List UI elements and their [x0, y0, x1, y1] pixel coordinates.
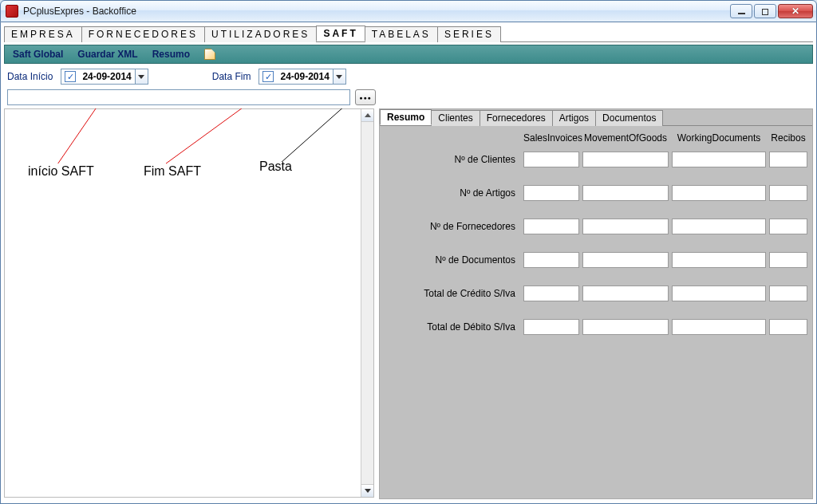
cell-clientes-working[interactable] — [672, 152, 766, 167]
browse-button[interactable]: ●●● — [355, 89, 376, 105]
tab-utilizadores[interactable]: UTILIZADORES — [204, 26, 317, 42]
cell-artigos-recibos[interactable] — [769, 185, 807, 201]
saft-toolbar: Saft Global Guardar XML Resumo — [4, 45, 813, 64]
tab-empresa[interactable]: EMPRESA — [4, 26, 82, 42]
cell-debito-movement[interactable] — [582, 319, 669, 335]
cell-debito-working[interactable] — [672, 319, 766, 335]
subtab-resumo[interactable]: Resumo — [380, 109, 432, 125]
close-button[interactable]: ✕ — [778, 4, 813, 18]
col-recibos: Recibos — [769, 132, 807, 144]
label-num-clientes: Nº de Clientes — [385, 154, 520, 165]
label-total-debito: Total de Débito S/Iva — [385, 321, 520, 333]
cell-artigos-movement[interactable] — [582, 185, 669, 201]
date-row: Data Início ✓ 24-09-2014 Data Fim ✓ 24-0… — [4, 64, 813, 89]
cell-fornecedores-recibos[interactable] — [769, 219, 807, 234]
cell-credito-working[interactable] — [672, 285, 766, 301]
window-title: PCplusExpres - Backoffice — [23, 6, 136, 17]
label-num-artigos: Nº de Artigos — [385, 187, 520, 199]
label-num-documentos: Nº de Documentos — [385, 254, 520, 266]
subtab-artigos[interactable]: Artigos — [552, 110, 596, 126]
cell-documentos-movement[interactable] — [582, 252, 669, 268]
date-start-label: Data Início — [7, 71, 53, 82]
row-num-fornecedores: Nº de Fornecedores — [385, 219, 807, 234]
date-end-combo[interactable]: ✓ 24-09-2014 — [259, 69, 345, 85]
cell-documentos-working[interactable] — [672, 252, 766, 268]
toolbar-resumo[interactable]: Resumo — [152, 49, 190, 60]
window-buttons: ✕ — [730, 4, 813, 18]
date-end-checkbox[interactable]: ✓ — [262, 71, 274, 82]
summary-column-headers: SalesInvoices MovementOfGoods WorkingDoc… — [385, 132, 807, 144]
cell-fornecedores-sales[interactable] — [523, 219, 579, 234]
date-start-combo[interactable]: ✓ 24-09-2014 — [61, 69, 148, 85]
cell-artigos-sales[interactable] — [523, 185, 579, 201]
cell-artigos-working[interactable] — [672, 185, 766, 201]
row-total-credito: Total de Crédito S/Iva — [385, 285, 807, 301]
cell-credito-sales[interactable] — [523, 285, 579, 301]
subtab-clientes[interactable]: Clientes — [431, 110, 480, 126]
main-tabs: EMPRESA FORNECEDORES UTILIZADORES SAFT T… — [4, 26, 813, 42]
annotation-pasta-label: Pasta — [259, 159, 292, 174]
toolbar-wizard-icon[interactable] — [204, 49, 215, 60]
tab-fornecedores[interactable]: FORNECEDORES — [81, 26, 205, 42]
summary-body: SalesInvoices MovementOfGoods WorkingDoc… — [380, 126, 812, 359]
toolbar-saft-global[interactable]: Saft Global — [13, 49, 63, 60]
chevron-down-icon — [336, 75, 342, 79]
subtab-documentos[interactable]: Documentos — [595, 110, 663, 126]
right-pane: Resumo Clientes Fornecedores Artigos Doc… — [379, 108, 813, 499]
scroll-down-button[interactable] — [361, 484, 373, 497]
col-movementofgoods: MovementOfGoods — [582, 132, 669, 144]
content-panes: início SAFT Fim SAFT Pasta Resumo Client… — [4, 108, 813, 499]
tab-tabelas[interactable]: TABELAS — [365, 26, 438, 42]
annotation-inicio-label: início SAFT — [28, 164, 94, 179]
col-workingdocuments: WorkingDocuments — [672, 132, 766, 144]
window-titlebar: PCplusExpres - Backoffice ✕ — [0, 0, 817, 22]
date-start-value: 24-09-2014 — [79, 71, 134, 82]
path-row: ●●● — [4, 89, 813, 108]
summary-tabs: Resumo Clientes Fornecedores Artigos Doc… — [380, 109, 812, 126]
row-total-debito: Total de Débito S/Iva — [385, 319, 807, 335]
app-icon — [6, 5, 18, 18]
left-pane: início SAFT Fim SAFT Pasta — [4, 108, 374, 499]
cell-documentos-recibos[interactable] — [769, 252, 807, 268]
maximize-button[interactable] — [754, 4, 776, 18]
cell-credito-recibos[interactable] — [769, 285, 807, 301]
label-num-fornecedores: Nº de Fornecedores — [385, 221, 520, 232]
window-client: EMPRESA FORNECEDORES UTILIZADORES SAFT T… — [0, 22, 817, 504]
cell-clientes-recibos[interactable] — [769, 152, 807, 167]
col-salesinvoices: SalesInvoices — [523, 132, 579, 144]
chevron-down-icon — [138, 75, 144, 79]
tab-saft[interactable]: SAFT — [316, 26, 365, 41]
date-start-dropdown[interactable] — [135, 69, 148, 84]
date-end-value: 24-09-2014 — [277, 71, 332, 82]
toolbar-guardar-xml[interactable]: Guardar XML — [77, 49, 137, 60]
subtab-fornecedores[interactable]: Fornecedores — [480, 110, 553, 126]
label-total-credito: Total de Crédito S/Iva — [385, 288, 520, 299]
cell-clientes-movement[interactable] — [582, 152, 669, 167]
path-input[interactable] — [7, 89, 350, 105]
date-end-dropdown[interactable] — [333, 69, 345, 84]
cell-clientes-sales[interactable] — [523, 152, 579, 167]
minimize-button[interactable] — [730, 4, 752, 18]
cell-credito-movement[interactable] — [582, 285, 669, 301]
date-start-checkbox[interactable]: ✓ — [65, 71, 76, 82]
row-num-artigos: Nº de Artigos — [385, 185, 807, 201]
scroll-up-button[interactable] — [361, 109, 373, 122]
cell-debito-recibos[interactable] — [769, 319, 807, 335]
cell-debito-sales[interactable] — [523, 319, 579, 335]
cell-documentos-sales[interactable] — [523, 252, 579, 268]
row-num-clientes: Nº de Clientes — [385, 152, 807, 167]
tab-series[interactable]: SERIES — [437, 26, 501, 42]
cell-fornecedores-movement[interactable] — [582, 219, 669, 234]
cell-fornecedores-working[interactable] — [672, 219, 766, 234]
row-num-documentos: Nº de Documentos — [385, 252, 807, 268]
date-end-label: Data Fim — [212, 71, 251, 82]
vertical-scrollbar[interactable] — [361, 109, 373, 497]
annotation-fim-label: Fim SAFT — [144, 164, 201, 179]
